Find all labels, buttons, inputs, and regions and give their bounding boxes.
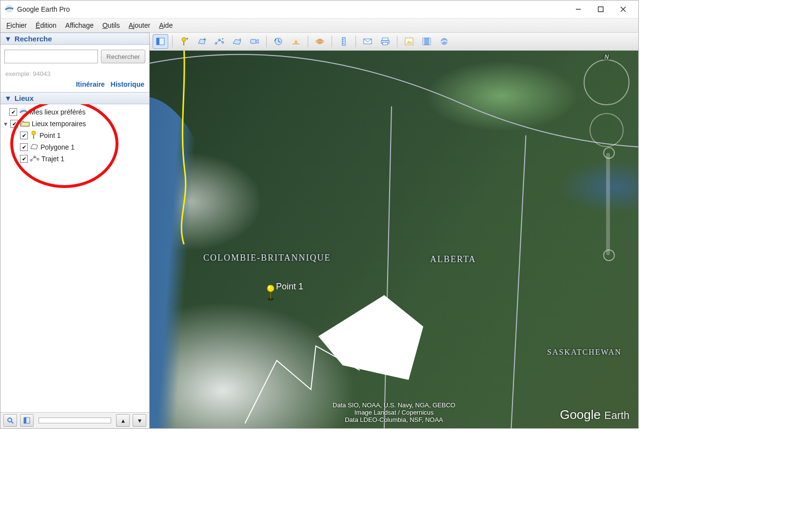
tb-email[interactable]: [360, 34, 375, 49]
checkbox[interactable]: [20, 143, 28, 151]
svg-point-12: [8, 418, 12, 422]
tb-view-in-maps[interactable]: [436, 34, 452, 49]
opacity-slider[interactable]: [39, 418, 111, 423]
google-earth-logo: Google Earth: [560, 407, 629, 422]
menu-aide[interactable]: Aide: [159, 21, 173, 29]
expander-icon[interactable]: ▾: [2, 120, 8, 128]
label-bc: COLOMBIE-BRITANNIQUE: [203, 253, 331, 263]
checkbox[interactable]: [10, 120, 18, 128]
tb-add-image-overlay[interactable]: +: [229, 34, 245, 49]
svg-point-18: [182, 38, 186, 41]
menu-outils[interactable]: Outils: [102, 21, 120, 29]
close-button[interactable]: [612, 2, 634, 17]
map-pushpin[interactable]: Point 1: [264, 285, 277, 303]
search-panel-header[interactable]: ▼ Recherche: [0, 33, 149, 45]
label-sask: SASKATCHEWAN: [547, 348, 622, 357]
tb-historical-imagery[interactable]: [271, 34, 286, 49]
svg-rect-48: [423, 38, 424, 45]
toolbar: + + + +: [150, 33, 638, 51]
tb-movie-maker[interactable]: [419, 34, 434, 49]
link-historique[interactable]: Historique: [111, 80, 144, 88]
pin-label: Point 1: [276, 282, 303, 292]
svg-text:+: +: [239, 38, 241, 42]
tb-sidebar-toggle[interactable]: [153, 34, 168, 49]
app-window: Google Earth Pro FFichierichier Édition …: [0, 0, 639, 429]
app-icon: [4, 4, 14, 15]
svg-text:+: +: [221, 38, 224, 41]
path-icon: [30, 155, 39, 163]
svg-rect-15: [24, 418, 26, 423]
tb-sunlight[interactable]: [288, 34, 304, 49]
search-example: exemple: 94043: [0, 66, 149, 79]
svg-point-55: [268, 285, 270, 288]
sidebar: ▼ Recherche Rechercher exemple: 94043 It…: [0, 33, 150, 428]
checkbox[interactable]: [20, 155, 28, 163]
tb-add-placemark[interactable]: +: [177, 34, 192, 49]
menu-edition[interactable]: Édition: [36, 21, 57, 29]
tb-add-path[interactable]: +: [212, 34, 227, 49]
polygon-icon: [30, 143, 39, 152]
menu-affichage[interactable]: Affichage: [65, 21, 94, 29]
earth-icon: [19, 107, 28, 117]
move-up-button[interactable]: ▴: [116, 414, 130, 427]
tree-item-temp-places[interactable]: Lieux temporaires: [32, 120, 86, 128]
svg-marker-51: [318, 295, 423, 380]
svg-point-54: [267, 285, 274, 292]
window-title: Google Earth Pro: [17, 5, 70, 13]
menu-ajouter[interactable]: Ajouter: [129, 21, 150, 29]
search-places-button[interactable]: [3, 414, 17, 427]
svg-point-31: [295, 40, 297, 43]
places-title: Lieux: [15, 94, 34, 102]
tree-item-polygon[interactable]: Polygone 1: [40, 143, 75, 151]
tb-ruler[interactable]: [336, 34, 352, 49]
move-down-button[interactable]: ▾: [133, 414, 146, 427]
svg-rect-42: [382, 38, 388, 40]
tree-item-point[interactable]: Point 1: [39, 132, 61, 139]
menu-fichier[interactable]: FFichierichier: [6, 21, 27, 29]
tb-planets[interactable]: [312, 34, 328, 49]
svg-line-13: [11, 421, 13, 423]
search-input[interactable]: [4, 50, 98, 63]
svg-marker-8: [31, 144, 38, 149]
label-alberta: ALBERTA: [430, 254, 476, 265]
collapse-icon: ▼: [4, 35, 12, 43]
svg-text:+: +: [186, 37, 188, 41]
places-tree: Mes lieux préférés ▾ Lieux temporaires P…: [0, 104, 149, 412]
svg-rect-28: [251, 39, 256, 43]
svg-point-35: [317, 38, 323, 44]
svg-line-34: [299, 39, 300, 40]
places-panel-header[interactable]: ▼ Lieux: [0, 92, 149, 104]
nav-zoom-slider[interactable]: [606, 153, 610, 255]
map-viewport[interactable]: Point 1 COLOMBIE-BRITANNIQUE ALBERTA SAS…: [150, 51, 638, 428]
pushpin-icon: [30, 131, 38, 141]
svg-rect-49: [429, 38, 431, 45]
svg-text:+: +: [203, 38, 206, 42]
map-credits: Data SIO, NOAA, U.S. Navy, NGA, GEBCO Im…: [333, 401, 455, 423]
tb-add-polygon[interactable]: +: [194, 34, 210, 49]
nav-compass[interactable]: [584, 59, 629, 105]
svg-rect-2: [598, 7, 603, 12]
checkbox[interactable]: [9, 108, 17, 116]
collapse-icon: ▼: [4, 94, 12, 102]
folder-open-icon: [20, 120, 30, 128]
tb-save-image[interactable]: [401, 34, 417, 49]
tree-item-path[interactable]: Trajet 1: [41, 155, 64, 163]
menubar: FFichierichier Édition Affichage Outils …: [0, 19, 638, 33]
sidebar-bottom-toolbar: ▴ ▾: [0, 412, 149, 428]
link-itineraire[interactable]: Itinéraire: [76, 80, 105, 88]
svg-marker-29: [256, 39, 258, 43]
search-title: Recherche: [15, 35, 52, 43]
main-area: + + + +: [150, 33, 638, 428]
checkbox[interactable]: [20, 132, 28, 139]
tb-print[interactable]: [377, 34, 393, 49]
maximize-button[interactable]: [590, 2, 612, 17]
tree-item-my-places[interactable]: Mes lieux préférés: [30, 108, 85, 116]
titlebar: Google Earth Pro: [0, 0, 638, 19]
search-button[interactable]: Rechercher: [101, 50, 145, 63]
toggle-panel-button[interactable]: [20, 414, 34, 427]
minimize-button[interactable]: [567, 2, 590, 17]
nav-pan[interactable]: [590, 113, 624, 147]
svg-rect-44: [383, 42, 388, 45]
svg-line-33: [292, 39, 293, 40]
tb-record-tour[interactable]: [247, 34, 262, 49]
